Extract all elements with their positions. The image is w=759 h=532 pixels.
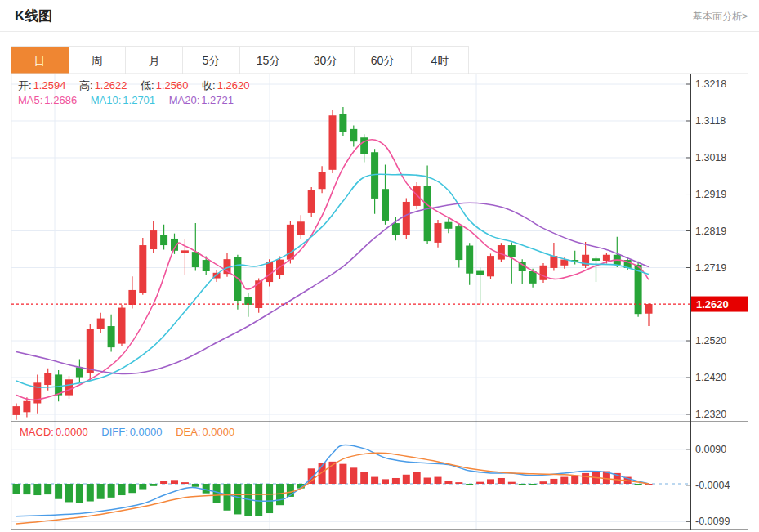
ohlc-info-row: 开:1.2594 高:1.2622 低:1.2560 收:1.2620 (18, 78, 260, 93)
ma10-line (16, 174, 649, 387)
axis-tick-label: 1.3218 (695, 78, 726, 90)
axis-tick-label: 1.2719 (695, 262, 726, 274)
low-value: 1.2560 (156, 79, 189, 92)
axis-tick-label: -0.0004 (695, 480, 730, 491)
dea-label: DEA: (176, 426, 200, 438)
high-value: 1.2622 (95, 79, 127, 92)
kline-page: K线图 基本面分析> 日周月5分15分30分60分4时 1.26201.3218… (0, 0, 759, 532)
axis-tick-label: 0.0090 (695, 444, 726, 455)
axis-tick-label: 1.2420 (695, 372, 726, 383)
axis-tick-label: -0.0099 (695, 516, 730, 527)
ma10-label: MA10: (91, 94, 122, 106)
close-label: 收: (202, 79, 216, 92)
macd-label: MACD: (20, 426, 54, 438)
ma10-value: 1.2701 (123, 94, 155, 106)
diff-value: 0.0000 (130, 426, 163, 438)
high-label: 高: (79, 79, 93, 92)
dea-value: 0.0000 (203, 426, 235, 438)
low-label: 低: (141, 79, 154, 92)
axis-tick-label: 1.3118 (695, 115, 726, 127)
ma5-value: 1.2686 (44, 94, 77, 106)
axis-tick-label: 1.2520 (695, 335, 726, 346)
macd-bars-layer (13, 462, 653, 516)
close-value: 1.2620 (217, 79, 250, 92)
diff-label: DIFF: (101, 426, 128, 438)
ma20-value: 1.2721 (201, 94, 234, 106)
axis-tick-label: 1.2919 (695, 189, 726, 200)
macd-info-row: MACD:0.0000 DIFF:0.0000 DEA:0.0000 (20, 426, 245, 438)
axis-tick-label: 1.3018 (695, 152, 726, 163)
open-value: 1.2594 (33, 79, 66, 92)
ma20-label: MA20: (169, 94, 200, 106)
ma-info-row: MA5:1.2686 MA10:1.2701 MA20:1.2721 (18, 94, 244, 106)
macd-value: 0.0000 (56, 426, 88, 438)
gridlines (11, 74, 690, 530)
axis-tick-label: 1.2320 (695, 409, 726, 420)
current-price-label: 1.2620 (696, 298, 729, 311)
ma5-label: MA5: (18, 94, 42, 106)
open-label: 开: (18, 79, 32, 92)
axis-tick-label: 1.2819 (695, 226, 726, 237)
